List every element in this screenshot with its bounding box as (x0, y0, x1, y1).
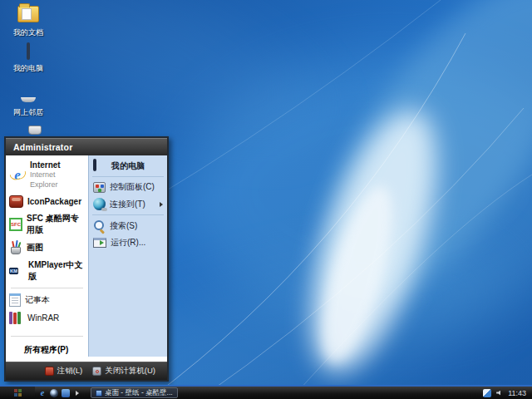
desktop: 我的文档 我的电脑 网上邻居 Administrator e Internet … (0, 0, 532, 399)
start-menu-left-column: e Internet Internet Explorer IconPackage… (6, 155, 88, 362)
desktop-icon-my-documents[interactable]: 我的文档 (2, 6, 55, 37)
start-menu-header: Administrator (6, 138, 167, 155)
menu-item-title: Internet (30, 160, 61, 170)
menu-item-search[interactable]: 搜索(S) (89, 217, 167, 234)
my-computer-icon (17, 44, 39, 62)
menu-spacer (6, 327, 88, 333)
desktop-icon-label: 网上邻居 (2, 108, 55, 116)
quick-launch-media-icon[interactable] (50, 389, 58, 397)
shut-down-button[interactable]: 关闭计算机(U) (92, 366, 155, 377)
paint-icon (9, 241, 22, 254)
desktop-icon-my-computer[interactable]: 我的电脑 (2, 44, 55, 72)
shut-down-label: 关闭计算机(U) (105, 366, 155, 377)
tray-input-method-icon[interactable] (483, 389, 491, 397)
user-name: Administrator (13, 142, 72, 152)
start-menu-right-column: 我的电脑 控制面板(C) 连接到(T) 搜索(S) (88, 155, 167, 357)
winrar-icon (9, 312, 23, 324)
taskbar-task-button[interactable]: 桌面 - 壁纸 - 桌酷壁... (91, 387, 178, 398)
connect-to-icon (93, 198, 106, 210)
partial-icon (28, 126, 42, 135)
menu-item-winrar[interactable]: WinRAR (6, 309, 88, 327)
menu-item-title: 画图 (27, 242, 43, 254)
menu-item-my-computer[interactable]: 我的电脑 (89, 158, 167, 175)
task-button-label: 桌面 - 壁纸 - 桌酷壁... (105, 388, 173, 398)
control-panel-icon (93, 182, 106, 193)
run-icon (93, 238, 106, 248)
menu-item-title: IconPackager (27, 197, 81, 206)
menu-item-subtitle: Internet Explorer (30, 170, 58, 189)
taskbar-clock[interactable]: 11:43 (506, 389, 526, 397)
desktop-icon-label: 我的文档 (2, 28, 55, 37)
windows-logo-icon (14, 389, 22, 397)
search-icon (93, 219, 106, 232)
notepad-icon (9, 293, 21, 307)
menu-item-title: 搜索(S) (110, 220, 137, 232)
menu-item-notepad[interactable]: 记事本 (6, 291, 88, 309)
menu-item-title: KMPlayer中文版 (28, 259, 85, 283)
menu-item-sfc[interactable]: SFC 桌酷网专用版 (6, 210, 88, 239)
quick-launch-expand-icon[interactable] (76, 391, 79, 396)
internet-explorer-icon: e (9, 167, 26, 184)
menu-item-paint[interactable]: 画图 (6, 239, 88, 257)
quick-launch-bar: e (38, 389, 79, 397)
quick-launch-browser-icon[interactable] (62, 389, 70, 397)
menu-item-title: 连接到(T) (110, 199, 145, 210)
quick-launch-ie-icon[interactable]: e (38, 389, 47, 397)
task-window-icon (96, 390, 102, 397)
desktop-icon-network-places[interactable]: 网上邻居 (2, 82, 55, 116)
sfc-icon (9, 218, 22, 231)
my-documents-icon (17, 6, 39, 22)
menu-item-run[interactable]: 运行(R)... (89, 234, 167, 251)
log-off-icon (45, 367, 54, 376)
desktop-icon-label: 我的电脑 (2, 64, 55, 72)
shut-down-icon (92, 367, 101, 376)
taskbar: e 桌面 - 壁纸 - 桌酷壁... 11:43 (0, 385, 532, 399)
menu-separator (11, 288, 83, 288)
start-button[interactable] (0, 387, 35, 399)
menu-separator (92, 176, 164, 177)
menu-item-kmplayer[interactable]: KM KMPlayer中文版 (6, 257, 88, 285)
kmplayer-icon: KM (9, 265, 24, 278)
menu-item-title: WinRAR (27, 313, 59, 323)
menu-item-title: 我的电脑 (111, 160, 145, 172)
network-places-icon (18, 82, 38, 102)
iconpackager-icon (9, 195, 23, 208)
system-tray: 11:43 (483, 389, 532, 397)
tray-volume-icon[interactable] (495, 389, 503, 397)
my-computer-icon (93, 160, 107, 172)
menu-item-iconpackager[interactable]: IconPackager (6, 193, 88, 210)
menu-item-connect-to[interactable]: 连接到(T) (89, 195, 167, 213)
menu-separator (92, 214, 164, 215)
menu-separator (11, 336, 83, 337)
log-off-button[interactable]: 注销(L) (45, 366, 83, 377)
start-menu-body: e Internet Internet Explorer IconPackage… (6, 155, 167, 362)
menu-item-title: 控制面板(C) (110, 181, 155, 193)
menu-item-title: 记事本 (25, 294, 50, 306)
log-off-label: 注销(L) (57, 366, 83, 377)
menu-item-title: 运行(R)... (111, 237, 145, 249)
menu-item-control-panel[interactable]: 控制面板(C) (89, 179, 167, 195)
submenu-arrow-icon (160, 202, 163, 207)
menu-item-title: SFC 桌酷网专用版 (27, 213, 85, 236)
menu-item-internet[interactable]: e Internet Internet Explorer (6, 157, 88, 193)
start-menu-footer: 注销(L) 关闭计算机(U) (6, 362, 167, 380)
start-menu: Administrator e Internet Internet Explor… (4, 136, 169, 382)
all-programs-button[interactable]: 所有程序(P) (6, 339, 88, 362)
